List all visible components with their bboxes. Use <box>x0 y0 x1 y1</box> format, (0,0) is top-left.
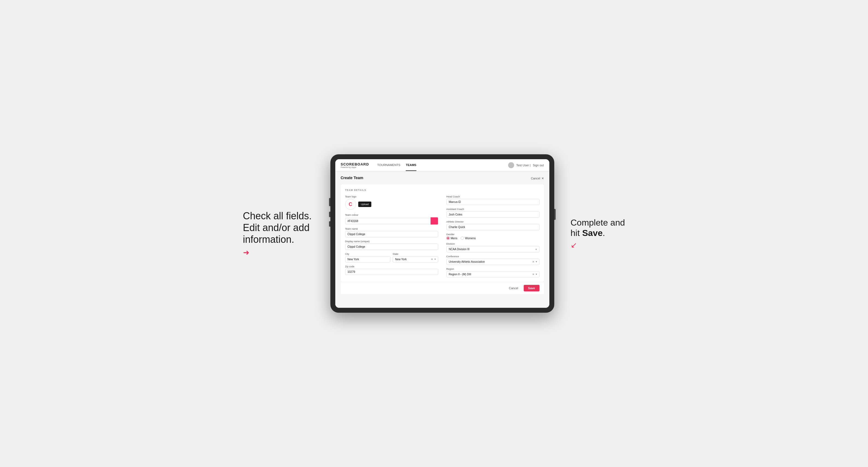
gender-group: Gender Mens Womens <box>446 233 539 240</box>
logo-circle: C <box>345 199 356 210</box>
region-chevron-icon: ▼ <box>535 273 538 276</box>
conference-select-wrap[interactable]: University Athletic Association ✕ ▼ <box>446 259 539 265</box>
page-title: Create Team <box>341 176 364 180</box>
state-select-wrap[interactable]: New York ✕ ▼ <box>393 256 438 262</box>
annotation-arrow-down: ↙ <box>571 241 577 250</box>
annotation-text: Check all fields. Edit and/or add inform… <box>243 210 314 246</box>
state-label: State <box>393 253 438 255</box>
form-left: Team logo C Upload Team colour <box>345 195 438 277</box>
division-select[interactable]: NCAA Division III NCAA Division II NCAA … <box>446 246 539 252</box>
tablet-screen: SCOREBOARD Powered by clippd TOURNAMENTS… <box>335 159 549 308</box>
gender-mens-option[interactable]: Mens <box>446 237 457 240</box>
region-select-wrap[interactable]: Region II - (M) DIII ✕ ▼ <box>446 271 539 277</box>
city-group: City <box>345 253 391 262</box>
region-value: Region II - (M) DIII <box>449 273 533 276</box>
team-name-group: Team name <box>345 227 438 237</box>
conference-chevron-icon: ▼ <box>535 260 538 263</box>
user-label: Test User | <box>516 164 530 167</box>
navbar: SCOREBOARD Powered by clippd TOURNAMENTS… <box>335 159 549 171</box>
conference-clear-icon[interactable]: ✕ <box>532 260 534 263</box>
gender-row: Mens Womens <box>446 237 539 240</box>
state-value: New York <box>395 258 427 261</box>
footer-save-button[interactable]: Save <box>524 285 539 291</box>
team-colour-input[interactable] <box>345 218 431 224</box>
cancel-row: Create Team Cancel ✕ <box>341 176 544 181</box>
footer-cancel-button[interactable]: Cancel <box>506 285 522 291</box>
left-annotation: Check all fields. Edit and/or add inform… <box>243 210 314 257</box>
section-label: TEAM DETAILS <box>345 189 539 191</box>
display-name-input[interactable] <box>345 244 438 250</box>
page-content: Create Team Cancel ✕ TEAM DETAILS Team l <box>335 171 549 308</box>
team-colour-label: Team colour <box>345 214 438 216</box>
form-grid: Team logo C Upload Team colour <box>345 195 539 277</box>
assistant-coach-input[interactable] <box>446 211 539 218</box>
assistant-coach-label: Assistant Coach <box>446 208 539 211</box>
brand-sub: Powered by clippd <box>341 166 369 168</box>
gender-womens-label: Womens <box>465 237 476 240</box>
assistant-coach-group: Assistant Coach <box>446 208 539 218</box>
team-name-label: Team name <box>345 227 438 230</box>
user-avatar <box>508 162 514 168</box>
conference-label: Conference <box>446 255 539 258</box>
zip-label: Zip code <box>345 265 438 268</box>
division-select-wrap: NCAA Division III NCAA Division II NCAA … <box>446 246 539 252</box>
team-logo-group: Team logo C Upload <box>345 195 438 211</box>
division-label: Division <box>446 243 539 245</box>
nav-right: Test User | Sign out <box>508 162 544 168</box>
state-chevron-icon: ▼ <box>434 258 436 260</box>
conference-value: University Athletic Association <box>449 260 533 263</box>
form-footer: Cancel Save <box>341 282 544 294</box>
conference-group: Conference University Athletic Associati… <box>446 255 539 265</box>
right-annotation-text: Complete andhit Save. <box>571 217 625 239</box>
form-card: TEAM DETAILS Team logo C Upload <box>341 184 544 282</box>
athletic-director-label: Athletic Director <box>446 220 539 223</box>
team-colour-group: Team colour <box>345 214 438 225</box>
gender-womens-option[interactable]: Womens <box>461 237 476 240</box>
gender-label: Gender <box>446 233 539 236</box>
zip-input[interactable] <box>345 269 438 275</box>
city-state-row: City State New York ✕ ▼ <box>345 253 438 262</box>
state-clear-icon[interactable]: ✕ <box>431 258 433 261</box>
region-clear-icon[interactable]: ✕ <box>532 273 534 276</box>
region-label: Region <box>446 268 539 270</box>
division-group: Division NCAA Division III NCAA Division… <box>446 243 539 252</box>
header-cancel-button[interactable]: Cancel ✕ <box>531 177 544 180</box>
head-coach-label: Head Coach <box>446 195 539 198</box>
gender-mens-radio[interactable] <box>446 237 450 240</box>
region-group: Region Region II - (M) DIII ✕ ▼ <box>446 268 539 277</box>
team-name-input[interactable] <box>345 231 438 237</box>
city-label: City <box>345 253 391 255</box>
nav-teams[interactable]: TEAMS <box>406 159 416 171</box>
brand: SCOREBOARD Powered by clippd <box>341 162 369 168</box>
form-right: Head Coach Assistant Coach Athletic Dire… <box>446 195 539 277</box>
display-name-group: Display name (unique) <box>345 240 438 250</box>
head-coach-group: Head Coach <box>446 195 539 205</box>
zip-group: Zip code <box>345 265 438 275</box>
gender-womens-radio[interactable] <box>461 237 464 240</box>
gender-mens-label: Mens <box>451 237 457 240</box>
nav-tournaments[interactable]: TOURNAMENTS <box>377 159 400 171</box>
tablet-frame: SCOREBOARD Powered by clippd TOURNAMENTS… <box>330 154 554 313</box>
athletic-director-group: Athletic Director <box>446 220 539 230</box>
city-input[interactable] <box>345 256 391 262</box>
brand-name: SCOREBOARD <box>341 162 369 166</box>
color-field-wrap <box>345 217 438 225</box>
logo-area: C Upload <box>345 199 438 210</box>
state-group: State New York ✕ ▼ <box>393 253 438 262</box>
right-annotation: Complete andhit Save. ↙ <box>571 217 625 250</box>
nav-links: TOURNAMENTS TEAMS <box>377 159 508 171</box>
display-name-label: Display name (unique) <box>345 240 438 243</box>
upload-button[interactable]: Upload <box>358 201 372 207</box>
color-swatch[interactable] <box>431 217 438 225</box>
sign-out-link[interactable]: Sign out <box>533 164 544 167</box>
athletic-director-input[interactable] <box>446 224 539 230</box>
head-coach-input[interactable] <box>446 199 539 205</box>
annotation-arrow-left: ➜ <box>243 248 249 257</box>
team-logo-label: Team logo <box>345 195 438 198</box>
city-state-group: City State New York ✕ ▼ <box>345 253 438 262</box>
